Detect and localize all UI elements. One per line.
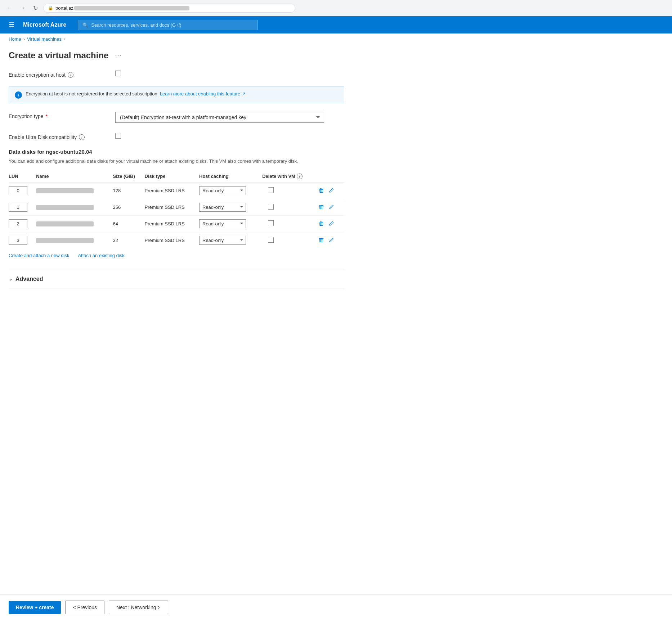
table-row: 3 32 Premium SSD LRS NoneRead-onlyRead/w… <box>9 232 344 248</box>
disk-name-1 <box>36 205 94 210</box>
reload-button[interactable]: ↻ <box>30 3 40 13</box>
cell-size-3: 32 <box>113 232 144 248</box>
edit-disk-button-0[interactable] <box>327 186 336 195</box>
cell-size-1: 256 <box>113 199 144 215</box>
ultra-disk-label: Enable Ultra Disk compatibility i <box>9 133 109 140</box>
info-box-icon: i <box>15 91 22 99</box>
encryption-host-info-icon[interactable]: i <box>68 72 73 78</box>
cache-select-3[interactable]: NoneRead-onlyRead/write <box>199 236 246 245</box>
breadcrumb-home[interactable]: Home <box>9 36 21 42</box>
lun-value-0: 0 <box>9 186 27 195</box>
ultra-disk-checkbox-wrapper <box>115 133 121 139</box>
encryption-type-label: Encryption type * <box>9 112 109 119</box>
back-button[interactable]: ← <box>4 3 14 13</box>
azure-logo: Microsoft Azure <box>23 22 66 28</box>
col-lun: LUN <box>9 171 36 183</box>
col-size: Size (GiB) <box>113 171 144 183</box>
cell-lun-2: 2 <box>9 215 36 232</box>
hamburger-icon[interactable]: ☰ <box>6 18 17 32</box>
edit-disk-button-1[interactable] <box>327 203 336 211</box>
cache-select-2[interactable]: NoneRead-onlyRead/write <box>199 219 246 228</box>
data-disks-section: Data disks for ngsc-ubuntu20.04 You can … <box>9 149 344 258</box>
edit-disk-button-3[interactable] <box>327 236 336 244</box>
cache-select-1[interactable]: NoneRead-onlyRead/write <box>199 203 246 212</box>
learn-more-link[interactable]: Learn more about enabling this feature ↗ <box>160 91 246 96</box>
page-title-row: Create a virtual machine ⋯ <box>9 50 344 60</box>
encryption-host-checkbox-wrapper <box>115 71 121 76</box>
cell-disk-type-0: Premium SSD LRS <box>145 182 199 199</box>
info-box-text: Encryption at host is not registered for… <box>26 91 246 96</box>
action-links: Create and attach a new disk Attach an e… <box>9 253 344 258</box>
disks-table: LUN Name Size (GiB) Disk type Host cachi… <box>9 171 344 248</box>
ultra-disk-info-icon[interactable]: i <box>79 134 85 140</box>
breadcrumb-sep-1: › <box>23 36 25 42</box>
encryption-type-select[interactable]: (Default) Encryption at-rest with a plat… <box>115 112 324 123</box>
col-name: Name <box>36 171 113 183</box>
cell-name-0 <box>36 182 113 199</box>
encryption-host-checkbox[interactable] <box>115 71 121 76</box>
delete-vm-checkbox-3[interactable] <box>268 237 274 243</box>
encryption-host-label: Enable encryption at host i <box>9 71 109 78</box>
cell-host-caching-0: NoneRead-onlyRead/write <box>199 182 262 199</box>
azure-topbar: ☰ Microsoft Azure 🔍 Search resources, se… <box>0 16 672 33</box>
page-title: Create a virtual machine <box>9 50 108 60</box>
address-url: portal.az <box>55 5 189 11</box>
cell-delete-vm-0 <box>262 182 317 199</box>
cell-lun-0: 0 <box>9 182 36 199</box>
ultra-disk-row: Enable Ultra Disk compatibility i <box>9 131 344 141</box>
cell-name-2 <box>36 215 113 232</box>
browser-chrome: ← → ↻ 🔒 portal.az <box>0 0 672 16</box>
create-attach-disk-link[interactable]: Create and attach a new disk <box>9 253 69 258</box>
advanced-label: Advanced <box>15 276 43 282</box>
encryption-info-box: i Encryption at host is not registered f… <box>9 86 344 103</box>
advanced-section: ⌄ Advanced <box>9 270 344 288</box>
attach-existing-disk-link[interactable]: Attach an existing disk <box>78 253 124 258</box>
address-bar[interactable]: 🔒 portal.az <box>43 4 295 13</box>
external-link-icon: ↗ <box>242 91 246 96</box>
delete-vm-checkbox-0[interactable] <box>268 187 274 193</box>
cell-disk-type-1: Premium SSD LRS <box>145 199 199 215</box>
table-row: 2 64 Premium SSD LRS NoneRead-onlyRead/w… <box>9 215 344 232</box>
table-row: 0 128 Premium SSD LRS NoneRead-onlyRead/… <box>9 182 344 199</box>
cell-name-3 <box>36 232 113 248</box>
cell-size-0: 128 <box>113 182 144 199</box>
col-delete-with-vm: Delete with VM i <box>262 171 317 183</box>
cell-lun-3: 3 <box>9 232 36 248</box>
cell-disk-type-3: Premium SSD LRS <box>145 232 199 248</box>
cell-host-caching-2: NoneRead-onlyRead/write <box>199 215 262 232</box>
delete-vm-checkbox-2[interactable] <box>268 220 274 226</box>
delete-vm-checkbox-1[interactable] <box>268 204 274 210</box>
search-icon: 🔍 <box>82 22 88 28</box>
cell-size-2: 64 <box>113 215 144 232</box>
cell-host-caching-3: NoneRead-onlyRead/write <box>199 232 262 248</box>
azure-search[interactable]: 🔍 Search resources, services, and docs (… <box>78 20 258 30</box>
lun-value-3: 3 <box>9 236 27 245</box>
table-row: 1 256 Premium SSD LRS NoneRead-onlyRead/… <box>9 199 344 215</box>
disk-name-3 <box>36 238 94 243</box>
col-host-caching: Host caching <box>199 171 262 183</box>
breadcrumb: Home › Virtual machines › <box>0 33 672 45</box>
col-disk-type: Disk type <box>145 171 199 183</box>
lun-value-1: 1 <box>9 203 27 212</box>
encryption-host-row: Enable encryption at host i <box>9 69 344 79</box>
forward-button[interactable]: → <box>17 3 27 13</box>
breadcrumb-vms[interactable]: Virtual machines <box>27 36 62 42</box>
cell-actions-3 <box>317 232 344 248</box>
delete-disk-button-3[interactable] <box>317 236 326 244</box>
delete-vm-info-icon[interactable]: i <box>297 174 303 179</box>
cache-select-0[interactable]: NoneRead-onlyRead/write <box>199 186 246 195</box>
delete-disk-button-1[interactable] <box>317 203 326 211</box>
lock-icon: 🔒 <box>48 5 53 10</box>
encryption-type-select-wrapper: (Default) Encryption at-rest with a plat… <box>115 112 324 123</box>
ultra-disk-checkbox[interactable] <box>115 133 121 139</box>
cell-delete-vm-1 <box>262 199 317 215</box>
search-placeholder: Search resources, services, and docs (G+… <box>91 22 181 28</box>
delete-disk-button-2[interactable] <box>317 219 326 228</box>
advanced-toggle-button[interactable]: ⌄ Advanced <box>9 276 43 282</box>
data-disks-description: You can add and configure additional dat… <box>9 158 344 165</box>
more-options-button[interactable]: ⋯ <box>113 51 124 60</box>
cell-host-caching-1: NoneRead-onlyRead/write <box>199 199 262 215</box>
delete-disk-button-0[interactable] <box>317 186 326 195</box>
edit-disk-button-2[interactable] <box>327 219 336 228</box>
cell-delete-vm-3 <box>262 232 317 248</box>
